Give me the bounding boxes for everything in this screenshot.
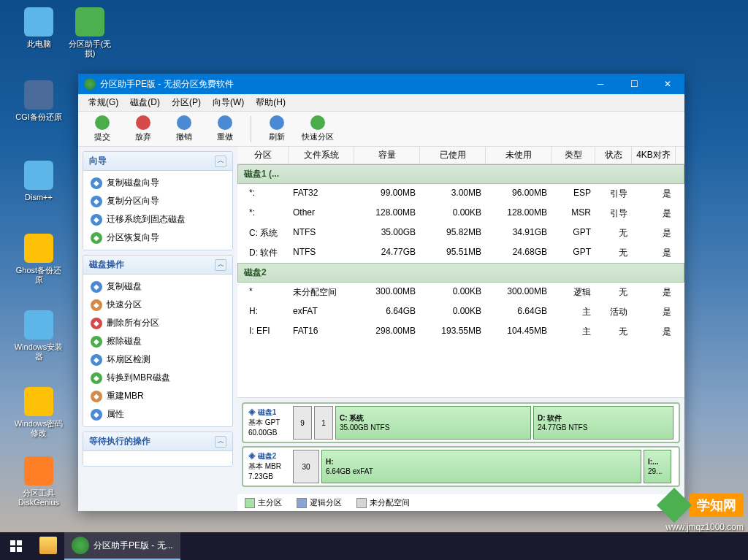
panel-item[interactable]: ◆复制分区向导 [86,192,229,210]
svg-rect-2 [10,547,15,552]
partition-small[interactable]: 30 [293,450,319,483]
column-header[interactable]: 已使用 [420,147,486,164]
panel-item-label: 复制磁盘 [107,280,142,293]
table-cell: 是 [632,245,676,261]
desktop-icon[interactable]: 此电脑 [13,7,64,49]
taskbar-file-explorer[interactable] [32,532,64,560]
table-row[interactable]: C: 系统NTFS35.00GB95.82MB34.91GBGPT无是 [237,223,684,243]
titlebar[interactable]: 分区助手PE版 - 无损分区免费软件 ─ ☐ ✕ [78,74,684,94]
menu-item[interactable]: 分区(P) [166,95,207,110]
column-header[interactable]: 4KB对齐 [632,147,676,164]
icon-image [24,7,53,37]
panel-item-icon: ◆ [91,318,102,329]
toolbar-button[interactable]: 提交 [83,114,122,145]
disk-group-row[interactable]: 磁盘1 (... [237,164,684,184]
panel-item-label: 擦除磁盘 [107,335,142,348]
menu-item[interactable]: 磁盘(D) [124,95,166,110]
panel-item[interactable]: ◆快速分区 [86,296,229,314]
table-row[interactable]: H:exFAT6.64GB0.00KB6.64GB主活动是 [237,302,684,322]
toolbar-button[interactable]: 重做 [205,114,245,145]
collapse-icon[interactable]: ︿ [215,156,226,167]
toolbar-button[interactable]: 放弃 [123,114,163,145]
svg-rect-0 [10,540,15,545]
toolbar-button[interactable]: 撤销 [164,114,204,145]
table-cell: * [237,285,289,300]
column-header[interactable]: 未使用 [486,147,552,164]
panel-item[interactable]: ◆重建MBR [86,387,229,405]
menu-item[interactable]: 常规(G) [83,95,124,110]
icon-image [24,234,53,263]
collapse-icon[interactable]: ︿ [215,436,226,448]
column-header[interactable]: 类型 [552,147,595,164]
column-header[interactable]: 容量 [354,147,420,164]
disk-info[interactable]: ◈ 磁盘1基本 GPT60.00GB [245,406,291,440]
toolbar-button[interactable]: 快速分区 [298,114,337,145]
table-cell: 6.64GB [354,304,420,320]
icon-label: 分区工具DiskGenius [13,488,64,507]
partition-name: I:... [648,457,667,467]
disk-info[interactable]: ◈ 磁盘2基本 MBR7.23GB [245,450,291,483]
desktop-icon[interactable]: Dism++ [13,161,64,202]
panel-item[interactable]: ◆擦除磁盘 [86,332,229,350]
folder-icon [39,537,57,554]
panel-item-label: 迁移系统到固态磁盘 [107,213,186,226]
panel-item[interactable]: ◆坏扇区检测 [86,350,229,369]
panel-item-icon: ◆ [91,214,102,226]
panel-item[interactable]: ◆复制磁盘向导 [86,174,229,192]
column-header[interactable]: 状态 [595,147,632,164]
start-button[interactable] [0,532,32,560]
taskbar-app-task[interactable]: 分区助手PE版 - 无... [64,532,180,560]
panel-item[interactable]: ◆复制磁盘 [86,277,229,296]
table-cell: 是 [632,285,676,300]
panel-item-icon: ◆ [91,232,102,244]
panel-item-label: 坏扇区检测 [107,353,150,366]
desktop-icon[interactable]: Windows安装器 [13,310,64,361]
desktop-icon[interactable]: CGI备份还原 [13,80,64,122]
table-cell: 128.00MB [354,206,420,221]
partition[interactable]: C: 系统35.00GB NTFS [335,406,531,440]
partition[interactable]: H:6.64GB exFAT [321,450,641,483]
disk-block: ◈ 磁盘1基本 GPT60.00GB91C: 系统35.00GB NTFSD: … [242,402,680,443]
panel-item-label: 复制分区向导 [107,195,159,207]
panel-header[interactable]: 等待执行的操作︿ [83,432,232,451]
table-cell: 300.00MB [354,285,420,300]
panel-item[interactable]: ◆迁移系统到固态磁盘 [86,210,229,229]
column-header[interactable]: 分区 [237,147,289,164]
partition-small[interactable]: 1 [314,406,333,440]
collapse-icon[interactable]: ︿ [215,259,226,271]
desktop-icon[interactable]: 分区助手(无损) [64,7,115,58]
partition[interactable]: I:...29... [644,450,671,483]
toolbar-label: 快速分区 [302,131,334,142]
panel-header[interactable]: 向导︿ [83,152,232,171]
table-row[interactable]: D: 软件NTFS24.77GB95.51MB24.68GBGPT无是 [237,243,684,263]
table-row[interactable]: *未分配空间300.00MB0.00KB300.00MB逻辑无是 [237,283,684,302]
partition-small[interactable]: 9 [293,406,312,440]
panel-item[interactable]: ◆分区恢复向导 [86,229,229,247]
menu-item[interactable]: 向导(W) [207,95,250,110]
menu-item[interactable]: 帮助(H) [250,95,291,110]
desktop-icon[interactable]: Windows密码修改 [13,387,64,438]
panel-title: 向导 [89,155,107,167]
column-header[interactable]: 文件系统 [289,147,354,164]
maximize-button[interactable]: ☐ [617,74,651,94]
toolbar-button[interactable]: 刷新 [257,114,297,145]
table-row[interactable]: I: EFIFAT16298.00MB193.55MB104.45MB主无是 [237,322,684,342]
minimize-button[interactable]: ─ [584,74,617,94]
icon-image [24,310,53,340]
table-row[interactable]: *:FAT3299.00MB3.00MB96.00MBESP引导是 [237,184,684,204]
taskbar: 分区助手PE版 - 无... [0,532,748,560]
panel-item[interactable]: ◆转换到MBR磁盘 [86,369,229,387]
panel-item[interactable]: ◆属性 [86,405,229,423]
panel-header[interactable]: 磁盘操作︿ [83,256,232,275]
icon-label: 此电脑 [13,39,64,49]
disk-group-row[interactable]: 磁盘2 [237,263,684,283]
icon-label: Dism++ [13,193,64,202]
desktop-icon[interactable]: 分区工具DiskGenius [13,456,64,507]
table-row[interactable]: *:Other128.00MB0.00KB128.00MBMSR引导是 [237,204,684,223]
close-button[interactable]: ✕ [651,74,684,94]
panel-title: 等待执行的操作 [89,435,150,448]
panel-item[interactable]: ◆删除所有分区 [86,314,229,332]
desktop-icon[interactable]: Ghost备份还原 [13,234,64,285]
table-cell: H: [237,304,289,320]
partition[interactable]: D: 软件24.77GB NTFS [533,406,673,440]
